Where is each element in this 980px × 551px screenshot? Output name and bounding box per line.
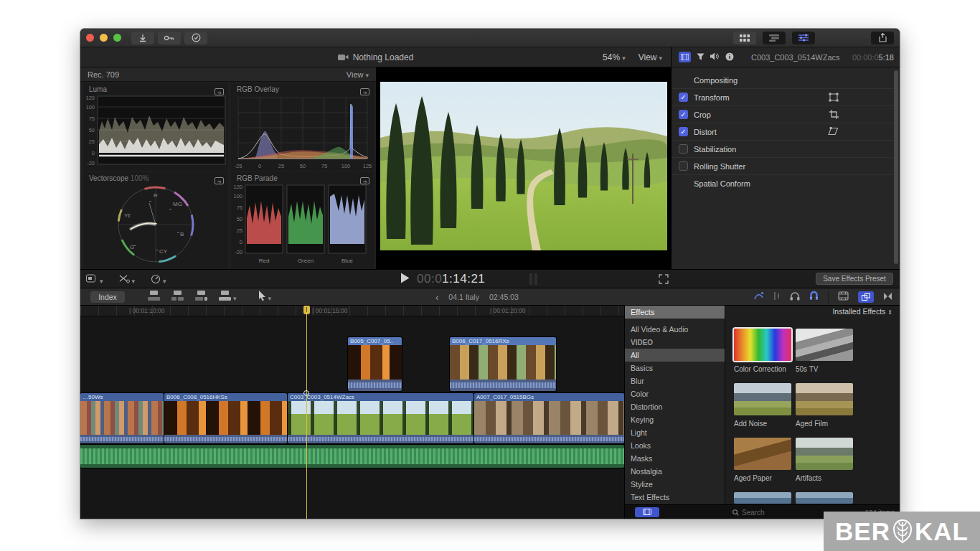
connected-clip[interactable]: B005_C007_05.. [348, 337, 402, 391]
save-effects-preset-button[interactable]: Save Effects Preset [816, 273, 893, 285]
inspector-row-rolling-shutter[interactable]: Rolling Shutter [672, 158, 900, 175]
category-all[interactable]: All [625, 349, 725, 362]
category-basics[interactable]: Basics [625, 362, 725, 375]
inspector-toggle-button[interactable] [792, 32, 815, 44]
keying-button[interactable] [158, 32, 181, 44]
audio-inspector-tab[interactable] [710, 52, 720, 62]
playhead[interactable] [306, 306, 307, 519]
effects-panel-title[interactable]: Effects [625, 306, 725, 319]
scope-display-menu[interactable]: ▾ [86, 273, 103, 286]
timeline-ruler[interactable]: | 00:01:10:00 | 00:01:15:00 | 00:01:20:0… [80, 306, 624, 316]
effect-aged-film[interactable] [796, 383, 853, 415]
skimming-toggle[interactable] [753, 291, 764, 303]
audio-skimming-toggle[interactable] [773, 291, 781, 303]
svg-text:YL: YL [124, 212, 131, 219]
viewer-view-menu[interactable]: View▾ [639, 52, 662, 62]
transform-onscreen-icon[interactable] [829, 93, 839, 103]
import-media-button[interactable] [131, 32, 154, 44]
transform-checkbox[interactable]: ✓ [679, 93, 688, 102]
color-inspector-tab[interactable] [697, 53, 705, 62]
audio-clip[interactable] [80, 445, 624, 468]
inspector-row-transform[interactable]: ✓Transform [672, 89, 900, 106]
category-text-effects[interactable]: Text Effects [625, 491, 725, 504]
transitions-browser-toggle[interactable] [883, 291, 892, 303]
connected-clip[interactable]: B006_C017_0516RXs [450, 337, 556, 391]
effect-50s-tv[interactable] [796, 329, 853, 361]
solo-toggle[interactable] [790, 291, 800, 303]
info-inspector-tab[interactable] [725, 52, 734, 62]
effect-aged-paper[interactable] [734, 438, 791, 470]
timeline[interactable]: | 00:01:10:00 | 00:01:15:00 | 00:01:20:0… [80, 306, 624, 519]
index-button[interactable]: Index [90, 291, 125, 303]
primary-clip[interactable]: B006_C008_0516HKSs [164, 393, 287, 443]
effects-search[interactable] [732, 507, 819, 517]
close-window-button[interactable] [86, 34, 94, 42]
playhead-handle[interactable] [303, 306, 310, 314]
effects-browser-toggle[interactable] [858, 291, 874, 303]
fullscreen-icon[interactable] [659, 274, 669, 287]
category-all-video-audio[interactable]: All Video & Audio [625, 323, 725, 336]
viewer[interactable] [377, 67, 671, 269]
viewer-zoom-menu[interactable]: 54%▾ [603, 52, 626, 62]
category-blur[interactable]: Blur [625, 375, 725, 387]
video-effects-pane-toggle[interactable] [635, 507, 659, 517]
inspector-row-stabilization[interactable]: Stabilization [672, 141, 900, 158]
category-color[interactable]: Color [625, 387, 725, 400]
append-clip-button[interactable] [195, 291, 207, 303]
share-button[interactable] [871, 32, 894, 44]
primary-clip[interactable]: A007_C017_0515BGs [474, 393, 624, 443]
effects-browser: Effects All Video & Audio VIDEO All Basi… [624, 306, 900, 519]
effect-partial[interactable] [734, 492, 791, 504]
category-keying[interactable]: Keying [625, 413, 725, 426]
inspector-row-crop[interactable]: ✓Crop [672, 106, 900, 123]
inspector-row-compositing[interactable]: Compositing [672, 72, 900, 89]
timecode-display[interactable]: 00:01:14:21 [417, 272, 485, 286]
inspector-scrollbar[interactable] [894, 70, 898, 264]
timeline-back-arrow[interactable]: ‹ [435, 292, 438, 303]
stabilization-checkbox[interactable] [679, 144, 688, 154]
transport-bar: ▾ ▾ ▾ 00:01:14:21 [80, 269, 900, 288]
zoom-window-button[interactable] [113, 34, 121, 42]
timeline-toggle-button[interactable] [763, 32, 786, 44]
minimize-window-button[interactable] [100, 34, 108, 42]
category-looks[interactable]: Looks [625, 439, 725, 452]
photos-audio-browser-button[interactable] [838, 291, 849, 303]
project-name[interactable]: 04.1 Italy [448, 293, 479, 301]
scopes-view-menu[interactable]: View▾ [347, 70, 369, 79]
effect-partial[interactable] [796, 492, 853, 504]
distort-checkbox[interactable]: ✓ [679, 127, 688, 136]
inspector-row-distort[interactable]: ✓Distort [672, 123, 900, 141]
search-input[interactable] [742, 509, 806, 517]
category-distortion[interactable]: Distortion [625, 400, 725, 413]
connect-clip-button[interactable] [148, 291, 160, 303]
crop-onscreen-icon[interactable] [829, 110, 839, 121]
effect-add-noise[interactable] [734, 383, 791, 415]
effect-color-correction[interactable] [734, 329, 791, 361]
effect-artifacts[interactable] [796, 438, 853, 470]
audio-meter[interactable] [529, 273, 532, 285]
category-stylize[interactable]: Stylize [625, 478, 725, 491]
snapping-toggle[interactable] [809, 291, 819, 303]
installed-effects-menu[interactable]: Installed Effects ⇕ [832, 307, 892, 316]
video-inspector-tab[interactable] [679, 52, 691, 62]
overwrite-clip-button[interactable]: ▾ [219, 291, 237, 303]
retime-menu[interactable]: ▾ [151, 273, 166, 286]
effect-label: Artifacts [796, 474, 857, 482]
insert-clip-button[interactable] [171, 291, 184, 303]
background-tasks-button[interactable] [184, 32, 207, 44]
crop-checkbox[interactable]: ✓ [679, 110, 688, 119]
tools-menu[interactable]: ▾ [119, 273, 136, 286]
browser-toggle-button[interactable] [733, 32, 756, 44]
category-nostalgia[interactable]: Nostalgia [625, 465, 725, 478]
category-masks[interactable]: Masks [625, 452, 725, 465]
select-tool-menu[interactable]: ▾ [258, 291, 272, 303]
category-light[interactable]: Light [625, 426, 725, 439]
audio-meter[interactable] [534, 273, 537, 285]
primary-clip-selected[interactable]: C003_C003_0514WZacs [288, 393, 473, 443]
play-button[interactable] [400, 273, 410, 286]
inspector-row-spatial-conform[interactable]: Spatial Conform [672, 175, 900, 192]
rolling-shutter-checkbox[interactable] [679, 161, 688, 171]
distort-onscreen-icon[interactable] [828, 127, 839, 137]
primary-clip[interactable]: …50Ws [80, 393, 164, 443]
inspector-clip-name: C003_C003_0514WZacs [751, 53, 840, 62]
